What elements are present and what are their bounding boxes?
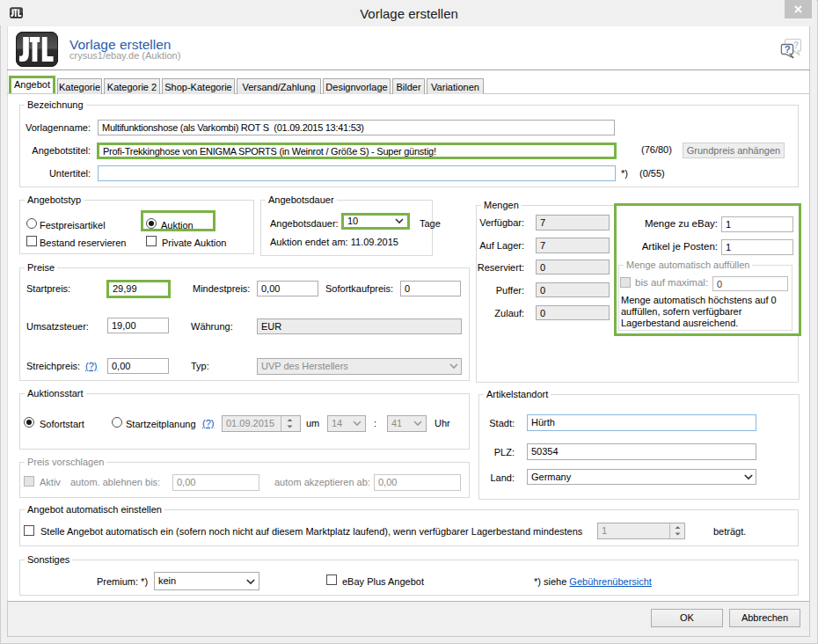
svg-text:?: ? [785, 44, 791, 55]
svg-text:?: ? [793, 40, 799, 50]
